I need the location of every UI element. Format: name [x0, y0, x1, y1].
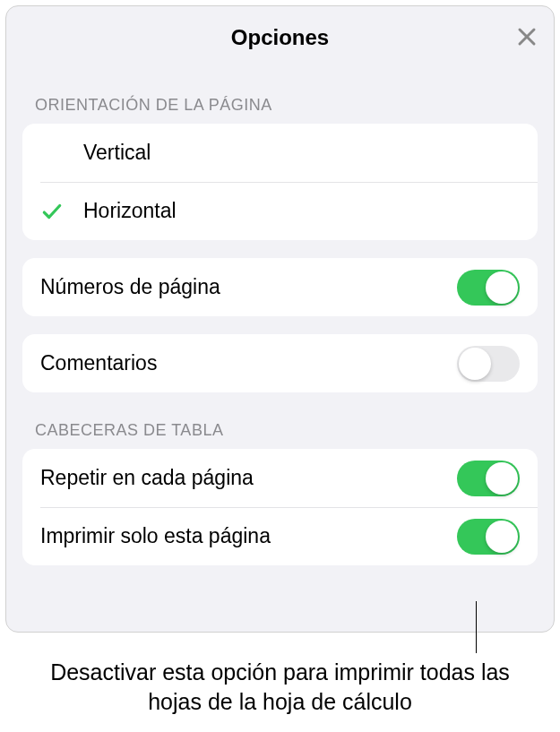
page-numbers-toggle[interactable]: [457, 270, 520, 306]
toggle-knob: [486, 271, 518, 304]
page-numbers-row: Números de página: [22, 258, 538, 316]
table-headers-group: Repetir en cada página Imprimir solo est…: [22, 449, 538, 565]
orientation-section-header: ORIENTACIÓN DE LA PÁGINA: [22, 60, 538, 124]
row-label: Comentarios: [40, 351, 457, 375]
toggle-knob: [459, 348, 491, 380]
table-headers-section-header: CABECERAS DE TABLA: [22, 392, 538, 449]
panel-header: Opciones: [6, 6, 554, 60]
callout-leader-line: [476, 601, 477, 653]
repeat-headers-toggle[interactable]: [457, 461, 520, 496]
row-label: Números de página: [40, 275, 457, 299]
close-icon: [516, 26, 538, 47]
print-only-this-sheet-toggle[interactable]: [457, 519, 520, 555]
orientation-group: Vertical Horizontal: [22, 124, 538, 240]
callout-text: Desactivar esta opción para imprimir tod…: [36, 658, 524, 716]
orientation-option-horizontal[interactable]: Horizontal: [22, 182, 538, 240]
panel-content: ORIENTACIÓN DE LA PÁGINA Vertical Horizo…: [6, 60, 554, 565]
comments-toggle[interactable]: [457, 346, 520, 382]
print-only-this-sheet-row: Imprimir solo esta página: [22, 507, 538, 565]
page-numbers-group: Números de página: [22, 258, 538, 316]
option-label: Horizontal: [83, 199, 520, 223]
orientation-option-vertical[interactable]: Vertical: [22, 124, 538, 182]
check-slot: [40, 200, 83, 223]
comments-row: Comentarios: [22, 334, 538, 392]
row-label: Imprimir solo esta página: [40, 524, 457, 548]
options-panel: Opciones ORIENTACIÓN DE LA PÁGINA Vertic…: [5, 5, 555, 633]
comments-group: Comentarios: [22, 334, 538, 392]
option-label: Vertical: [83, 141, 520, 165]
row-label: Repetir en cada página: [40, 466, 457, 490]
toggle-knob: [486, 462, 518, 495]
close-button[interactable]: [516, 26, 538, 47]
checkmark-icon: [40, 200, 64, 223]
toggle-knob: [486, 521, 518, 553]
panel-title: Opciones: [231, 25, 329, 50]
repeat-headers-row: Repetir en cada página: [22, 449, 538, 507]
